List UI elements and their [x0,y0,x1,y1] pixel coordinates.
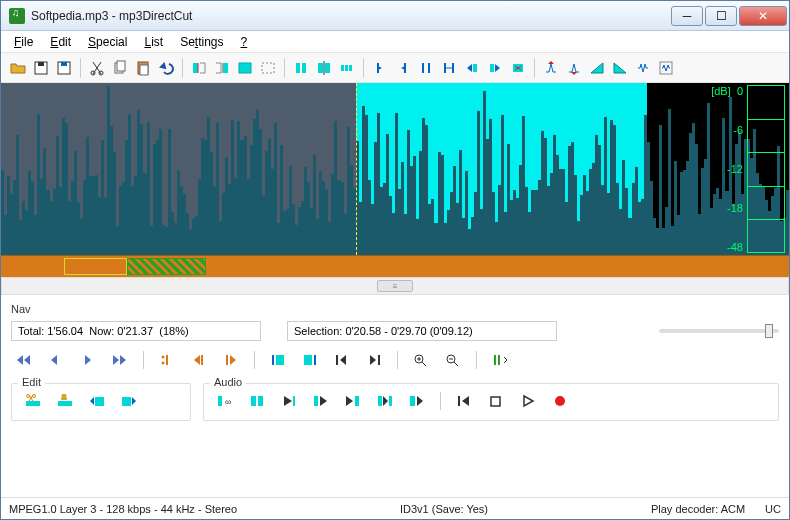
next-edit-button[interactable] [218,349,244,371]
window-title: Softpedia.mp3 - mp3DirectCut [31,9,669,23]
minimize-button[interactable]: ─ [671,6,703,26]
app-window: Softpedia.mp3 - mp3DirectCut ─ ☐ ✕ File … [0,0,790,520]
svg-rect-30 [314,355,316,365]
zoom-in-button[interactable] [408,349,434,371]
marker-shift-left-icon[interactable] [461,57,483,79]
forward-large-button[interactable] [107,349,133,371]
overview-timeline[interactable] [1,255,789,277]
marker-del-icon[interactable] [507,57,529,79]
fade-out-icon[interactable] [609,57,631,79]
goto-end-button[interactable] [361,349,387,371]
goto-sel-start-button[interactable] [265,349,291,371]
rewind-large-button[interactable] [11,349,37,371]
scrollbar-thumb[interactable]: ≡ [377,280,413,292]
play-sel-button[interactable] [244,390,270,412]
zoom-out-button[interactable] [440,349,466,371]
svg-rect-3 [61,62,67,66]
record-button[interactable] [547,390,573,412]
svg-rect-15 [302,63,306,73]
play-loop-button[interactable]: ∞ [212,390,238,412]
waveform-display[interactable]: [dB] 0 -6 -12 -18 -48 [1,83,789,255]
goto-sel-end-button[interactable] [297,349,323,371]
menu-help[interactable]: ? [234,33,255,51]
play-skip-button[interactable] [404,390,430,412]
cut-icon[interactable] [86,57,108,79]
auto-cue-icon[interactable] [336,57,358,79]
svg-rect-36 [498,355,500,365]
edit-paste-button[interactable] [52,390,78,412]
play-after-button[interactable] [340,390,366,412]
play-from-button[interactable] [276,390,302,412]
status-id3: ID3v1 (Save: Yes) [400,503,488,515]
waveform-bars [1,83,789,255]
svg-rect-52 [410,396,415,406]
split-icon[interactable] [313,57,335,79]
marker-right-icon[interactable] [392,57,414,79]
menu-settings[interactable]: Settings [173,33,230,51]
svg-rect-16 [318,63,323,73]
normalize-sel-icon[interactable] [655,57,677,79]
forward-button[interactable] [75,349,101,371]
toggle-view-button[interactable] [487,349,513,371]
goto-cue-button[interactable] [154,349,180,371]
play-button[interactable] [515,390,541,412]
horizontal-scrollbar[interactable]: ≡ [1,277,789,295]
svg-rect-42 [122,397,131,406]
svg-rect-47 [293,396,295,406]
play-before-button[interactable] [308,390,334,412]
select-none-icon[interactable] [257,57,279,79]
maximize-button[interactable]: ☐ [705,6,737,26]
edit-trim-right-button[interactable] [116,390,142,412]
titlebar: Softpedia.mp3 - mp3DirectCut ─ ☐ ✕ [1,1,789,31]
stop-button[interactable] [483,390,509,412]
menu-list[interactable]: List [137,33,170,51]
svg-rect-40 [58,401,72,406]
goto-start-button[interactable] [329,349,355,371]
open-icon[interactable] [7,57,29,79]
menu-edit[interactable]: Edit [43,33,78,51]
rewind-button[interactable] [43,349,69,371]
edit-trim-left-button[interactable] [84,390,110,412]
svg-rect-43 [218,396,222,406]
select-all-icon[interactable] [234,57,256,79]
svg-rect-49 [355,396,359,406]
prev-track-button[interactable] [451,390,477,412]
svg-rect-11 [223,63,228,73]
marker-left-icon[interactable] [369,57,391,79]
svg-rect-14 [296,63,300,73]
playhead-cursor [356,83,357,255]
fade-in-icon[interactable] [586,57,608,79]
svg-rect-32 [378,355,380,365]
nav-selection-box: Selection: 0'20.58 - 0'29.70 (0'09.12) [287,321,557,341]
svg-rect-35 [494,355,496,365]
copy-icon[interactable] [109,57,131,79]
marker-range-icon[interactable] [438,57,460,79]
svg-rect-27 [201,355,203,365]
marker-both-icon[interactable] [415,57,437,79]
zoom-slider[interactable] [659,329,779,333]
close-button[interactable]: ✕ [739,6,787,26]
save-selection-icon[interactable] [53,57,75,79]
svg-rect-46 [258,396,263,406]
gain-up-icon[interactable] [540,57,562,79]
set-begin-icon[interactable] [188,57,210,79]
svg-rect-20 [349,65,352,71]
cue-icon[interactable] [290,57,312,79]
menu-file[interactable]: File [7,33,40,51]
toolbar [1,53,789,83]
paste-icon[interactable] [132,57,154,79]
menubar: File Edit Special List Settings ? [1,31,789,53]
svg-rect-41 [95,397,104,406]
status-decoder: Play decoder: ACM [651,503,745,515]
edit-cut-button[interactable] [20,390,46,412]
play-over-button[interactable] [372,390,398,412]
set-end-icon[interactable] [211,57,233,79]
marker-shift-right-icon[interactable] [484,57,506,79]
menu-special[interactable]: Special [81,33,134,51]
undo-icon[interactable] [155,57,177,79]
normalize-icon[interactable] [632,57,654,79]
save-icon[interactable] [30,57,52,79]
svg-rect-48 [314,396,318,406]
gain-down-icon[interactable] [563,57,585,79]
prev-edit-button[interactable] [186,349,212,371]
